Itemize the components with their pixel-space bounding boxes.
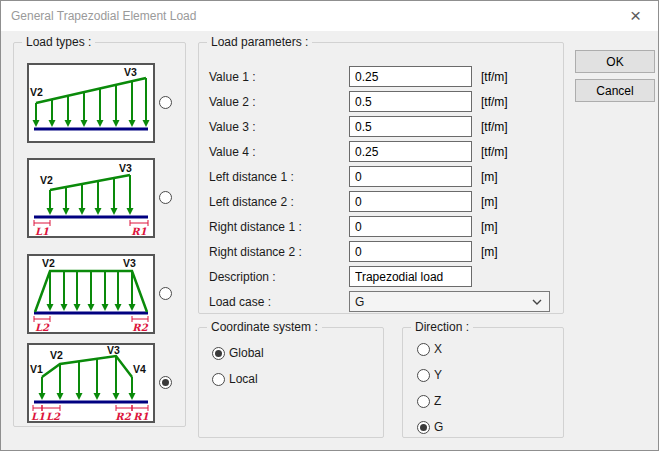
v2-label: V2 — [42, 257, 55, 269]
cancel-button[interactable]: Cancel — [575, 79, 655, 102]
close-icon: × — [630, 5, 641, 27]
titlebar: General Trapezodial Element Load × — [1, 1, 658, 31]
param-row-value-1: Value 1 : [tf/m] — [199, 64, 563, 89]
radio-direction-y[interactable]: Y — [417, 368, 442, 382]
unit-label: [tf/m] — [481, 120, 508, 134]
left-distance-2-input[interactable] — [349, 191, 472, 212]
load-type-1-radio[interactable] — [159, 96, 172, 109]
l1-label: L1 — [35, 226, 49, 236]
dialog-title: General Trapezodial Element Load — [11, 9, 196, 23]
ok-button[interactable]: OK — [575, 50, 655, 73]
radio-circle[interactable] — [417, 369, 430, 382]
close-button[interactable]: × — [613, 1, 658, 30]
unit-label: [tf/m] — [481, 70, 508, 84]
chevron-down-icon — [532, 299, 542, 306]
load-type-3-radio[interactable] — [159, 287, 172, 300]
param-row-left-distance-2: Left distance 2 : [m] — [199, 189, 563, 214]
radio-label: Local — [229, 372, 258, 386]
field-label: Value 3 : — [209, 120, 349, 134]
group-label: Load parameters : — [207, 35, 312, 49]
right-distance-1-input[interactable] — [349, 216, 472, 237]
radio-direction-g[interactable]: G — [417, 420, 443, 434]
field-label: Load case : — [209, 295, 349, 309]
param-row-description: Description : — [199, 264, 563, 289]
r1-label: R1 — [131, 226, 146, 236]
radio-global[interactable]: Global — [212, 346, 264, 360]
radio-circle[interactable] — [212, 373, 225, 386]
load-type-2-radio[interactable] — [159, 191, 172, 204]
field-label: Value 2 : — [209, 95, 349, 109]
param-row-right-distance-1: Right distance 1 : [m] — [199, 214, 563, 239]
v2-label: V2 — [40, 174, 53, 186]
radio-label: X — [434, 342, 442, 356]
coordinate-system-group: Coordinate system : Global Local — [198, 327, 384, 438]
param-row-value-4: Value 4 : [tf/m] — [199, 139, 563, 164]
description-input[interactable] — [349, 266, 472, 287]
unit-label: [tf/m] — [481, 95, 508, 109]
left-distance-1-input[interactable] — [349, 166, 472, 187]
radio-label: G — [434, 420, 443, 434]
field-label: Description : — [209, 270, 349, 284]
load-case-selected-value: G — [355, 295, 364, 309]
right-distance-2-input[interactable] — [349, 241, 472, 262]
r2-label: R2 — [132, 322, 148, 332]
field-label: Left distance 1 : — [209, 170, 349, 184]
r1-label: R1 — [133, 411, 148, 421]
v4-label: V4 — [133, 363, 146, 375]
load-type-4-diagram: V1 V2 V3 V4 L1 L2 R2 R1 — [27, 343, 155, 423]
param-row-right-distance-2: Right distance 2 : [m] — [199, 239, 563, 264]
value-2-input[interactable] — [349, 91, 472, 112]
direction-group: Direction : X Y Z G — [402, 327, 564, 438]
l2-label: L2 — [35, 322, 50, 332]
param-row-value-2: Value 2 : [tf/m] — [199, 89, 563, 114]
radio-circle[interactable] — [417, 395, 430, 408]
field-label: Value 4 : — [209, 145, 349, 159]
v2-label: V2 — [30, 86, 43, 98]
group-label: Load types : — [22, 35, 95, 49]
load-case-select[interactable]: G — [349, 291, 550, 312]
radio-label: Z — [434, 394, 441, 408]
r2-label: R2 — [115, 411, 131, 421]
param-row-left-distance-1: Left distance 1 : [m] — [199, 164, 563, 189]
load-type-2-diagram: V2 V3 L1 R1 — [27, 158, 155, 238]
radio-circle[interactable] — [417, 421, 430, 434]
radio-local[interactable]: Local — [212, 372, 258, 386]
load-type-3-diagram: V2 V3 L2 R2 — [27, 254, 155, 334]
param-row-load-case: Load case : G — [199, 289, 563, 314]
radio-label: Global — [229, 346, 264, 360]
v3-label: V3 — [119, 162, 132, 174]
value-1-input[interactable] — [349, 66, 472, 87]
value-4-input[interactable] — [349, 141, 472, 162]
unit-label: [m] — [481, 220, 498, 234]
load-parameters-group: Load parameters : Value 1 : [tf/m] Value… — [198, 42, 564, 314]
unit-label: [tf/m] — [481, 145, 508, 159]
field-label: Right distance 1 : — [209, 220, 349, 234]
v3-label: V3 — [124, 66, 137, 78]
group-label: Direction : — [411, 320, 473, 334]
unit-label: [m] — [481, 195, 498, 209]
unit-label: [m] — [481, 170, 498, 184]
field-label: Left distance 2 : — [209, 195, 349, 209]
general-trapezodial-element-load-dialog: General Trapezodial Element Load × Load … — [0, 0, 659, 451]
radio-direction-z[interactable]: Z — [417, 394, 441, 408]
v2-label: V2 — [50, 349, 63, 361]
l2-label: L2 — [46, 411, 61, 421]
v1-label: V1 — [30, 363, 43, 375]
value-3-input[interactable] — [349, 116, 472, 137]
load-type-4-radio[interactable] — [159, 376, 172, 389]
radio-label: Y — [434, 368, 442, 382]
param-row-value-3: Value 3 : [tf/m] — [199, 114, 563, 139]
v3-label: V3 — [107, 345, 120, 356]
v3-label: V3 — [123, 257, 136, 269]
radio-circle[interactable] — [212, 347, 225, 360]
radio-circle[interactable] — [417, 343, 430, 356]
load-type-1-diagram: V2 V3 — [27, 63, 155, 143]
group-label: Coordinate system : — [207, 320, 322, 334]
field-label: Value 1 : — [209, 70, 349, 84]
unit-label: [m] — [481, 245, 498, 259]
radio-direction-x[interactable]: X — [417, 342, 442, 356]
l1-label: L1 — [31, 411, 45, 421]
load-types-group: Load types : V2 V3 — [13, 42, 186, 427]
field-label: Right distance 2 : — [209, 245, 349, 259]
